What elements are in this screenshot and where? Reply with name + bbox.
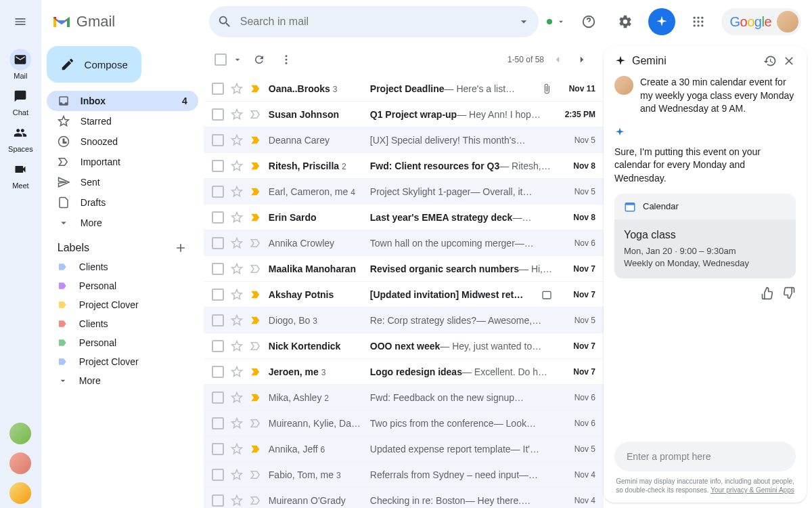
row-checkbox[interactable] [212, 443, 224, 455]
row-checkbox[interactable] [212, 134, 224, 146]
important-marker-icon[interactable] [250, 134, 262, 146]
email-row[interactable]: Akshay Potnis [Updated invitation] Midwe… [204, 282, 604, 308]
email-row[interactable]: Ritesh, Priscilla 2 Fwd: Client resource… [204, 153, 604, 179]
help-button[interactable] [575, 8, 602, 35]
select-all-checkbox[interactable] [215, 54, 227, 66]
star-button[interactable] [231, 443, 243, 455]
star-button[interactable] [231, 211, 243, 224]
star-button[interactable] [231, 340, 243, 352]
rail-item-chat[interactable]: Chat [8, 85, 33, 117]
row-checkbox[interactable] [212, 314, 224, 326]
important-marker-icon[interactable] [250, 469, 262, 481]
row-checkbox[interactable] [212, 237, 224, 249]
email-row[interactable]: Annika, Jeff 6 Updated expense report te… [204, 436, 604, 462]
label-item[interactable]: Project Clover [47, 352, 198, 371]
star-button[interactable] [231, 134, 243, 146]
row-checkbox[interactable] [212, 289, 224, 301]
important-marker-icon[interactable] [250, 391, 262, 404]
email-row[interactable]: Deanna Carey [UX] Special delivery! This… [204, 127, 604, 153]
row-checkbox[interactable] [212, 186, 224, 198]
important-marker-icon[interactable] [250, 443, 262, 455]
history-icon[interactable] [763, 54, 777, 68]
important-marker-icon[interactable] [250, 263, 262, 275]
thumbs-up-button[interactable] [761, 287, 774, 300]
label-item[interactable]: Clients [47, 314, 198, 333]
chat-avatar-2[interactable] [9, 452, 31, 474]
calendar-card[interactable]: Calendar Yoga class Mon, Jan 20 · 9:00 –… [614, 194, 796, 278]
main-menu-button[interactable] [4, 5, 37, 38]
star-button[interactable] [231, 83, 243, 95]
important-marker-icon[interactable] [250, 494, 262, 507]
star-button[interactable] [231, 366, 243, 378]
rail-item-mail[interactable]: Mail [8, 49, 33, 80]
settings-button[interactable] [612, 8, 639, 35]
compose-button[interactable]: Compose [47, 46, 141, 83]
sidebar-item-important[interactable]: Important [47, 152, 198, 172]
email-row[interactable]: Susan Johnson Q1 Project wrap-up — Hey A… [204, 102, 604, 127]
add-label-button[interactable] [174, 241, 187, 255]
account-switcher[interactable]: Google [721, 8, 801, 35]
email-row[interactable]: Muireann, Kylie, David Two pics from the… [204, 410, 604, 436]
row-checkbox[interactable] [212, 160, 224, 172]
star-button[interactable] [231, 160, 243, 172]
row-checkbox[interactable] [212, 108, 224, 121]
email-row[interactable]: Erin Sardo Last year's EMEA strategy dec… [204, 205, 604, 230]
important-marker-icon[interactable] [250, 289, 262, 301]
star-button[interactable] [231, 391, 243, 404]
star-button[interactable] [231, 186, 243, 198]
email-row[interactable]: Muireann O'Grady Checking in re: Boston … [204, 488, 604, 508]
row-checkbox[interactable] [212, 469, 224, 481]
gemini-prompt-input[interactable]: Enter a prompt here [614, 442, 796, 471]
email-row[interactable]: Fabio, Tom, me 3 Referrals from Sydney –… [204, 462, 604, 488]
row-checkbox[interactable] [212, 417, 224, 429]
prev-page-button[interactable] [547, 49, 568, 70]
email-row[interactable]: Earl, Cameron, me 4 Project Skylight 1-p… [204, 179, 604, 205]
important-marker-icon[interactable] [250, 160, 262, 172]
email-row[interactable]: Oana..Brooks 3 Project Deadline — Here's… [204, 76, 604, 102]
close-icon[interactable] [782, 54, 796, 68]
refresh-button[interactable] [248, 49, 270, 70]
label-item[interactable]: Clients [47, 257, 198, 276]
search-input[interactable] [240, 16, 510, 28]
star-button[interactable] [231, 237, 243, 249]
important-marker-icon[interactable] [250, 314, 262, 326]
important-marker-icon[interactable] [250, 237, 262, 249]
labels-more[interactable]: More [47, 371, 198, 390]
email-row[interactable]: Maalika Manoharan Revised organic search… [204, 256, 604, 282]
star-button[interactable] [231, 417, 243, 429]
star-button[interactable] [231, 494, 243, 507]
row-checkbox[interactable] [212, 83, 224, 95]
star-button[interactable] [231, 108, 243, 121]
row-checkbox[interactable] [212, 340, 224, 352]
star-button[interactable] [231, 469, 243, 481]
rail-item-meet[interactable]: Meet [8, 158, 33, 190]
gmail-logo[interactable]: Gmail [52, 13, 201, 30]
email-row[interactable]: Annika Crowley Town hall on the upcoming… [204, 230, 604, 256]
row-checkbox[interactable] [212, 263, 224, 275]
gemini-button[interactable] [648, 8, 675, 35]
select-dropdown-icon[interactable] [232, 54, 243, 65]
next-page-button[interactable] [571, 49, 593, 70]
gemini-privacy-link[interactable]: Your privacy & Gemini Apps [710, 486, 794, 494]
sidebar-item-sent[interactable]: Sent [47, 172, 198, 192]
label-item[interactable]: Personal [47, 333, 198, 352]
sidebar-item-drafts[interactable]: Drafts [47, 192, 198, 213]
sidebar-item-snoozed[interactable]: Snoozed [47, 131, 198, 152]
status-indicator[interactable] [547, 17, 566, 26]
sidebar-item-more[interactable]: More [47, 213, 198, 233]
email-row[interactable]: Mika, Ashley 2 Fwd: Feedback on the new … [204, 385, 604, 410]
row-checkbox[interactable] [212, 391, 224, 404]
thumbs-down-button[interactable] [782, 287, 796, 300]
star-button[interactable] [231, 314, 243, 326]
important-marker-icon[interactable] [250, 108, 262, 121]
search-bar[interactable] [209, 6, 539, 37]
email-row[interactable]: Jeroen, me 3 Logo redesign ideas — Excel… [204, 359, 604, 385]
chat-avatar-3[interactable] [9, 482, 31, 504]
important-marker-icon[interactable] [250, 211, 262, 224]
row-checkbox[interactable] [212, 366, 224, 378]
important-marker-icon[interactable] [250, 366, 262, 378]
apps-button[interactable] [685, 8, 712, 35]
label-item[interactable]: Personal [47, 276, 198, 295]
rail-item-spaces[interactable]: Spaces [8, 122, 33, 153]
star-button[interactable] [231, 289, 243, 301]
